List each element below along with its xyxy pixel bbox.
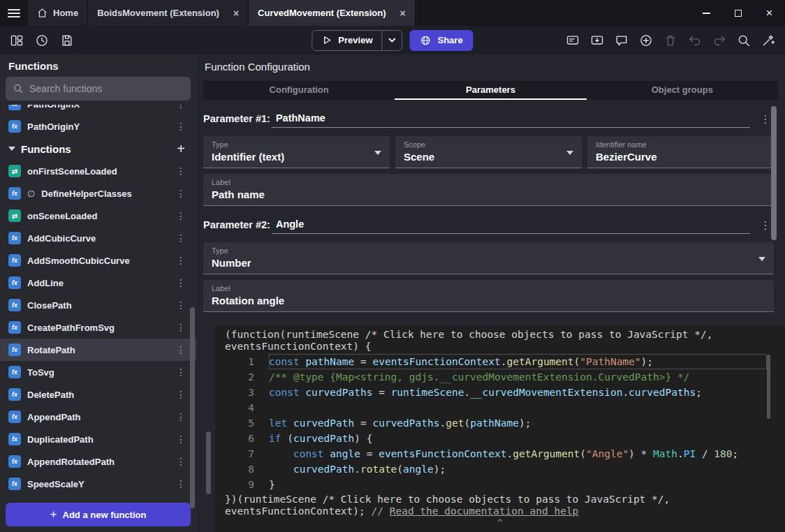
export-icon[interactable] bbox=[587, 31, 607, 50]
minimize-button[interactable] bbox=[691, 0, 722, 26]
search-box bbox=[6, 77, 191, 101]
code-token: // bbox=[372, 505, 390, 517]
sidebar-scrollbar-thumb[interactable] bbox=[190, 307, 195, 508]
project-manager-icon[interactable] bbox=[7, 31, 27, 50]
item-menu-icon[interactable]: ⋮ bbox=[174, 456, 188, 467]
function-list-item[interactable]: fx AddSmoothCubicCurve ⋮ bbox=[0, 249, 196, 272]
function-list-item[interactable]: fx PathOriginY ⋮ bbox=[0, 115, 196, 138]
tab-parameters[interactable]: Parameters bbox=[395, 81, 586, 100]
item-menu-icon[interactable]: ⋮ bbox=[174, 210, 188, 221]
tab-home[interactable]: Home bbox=[28, 0, 88, 26]
function-list-item[interactable]: fx ToSvg ⋮ bbox=[0, 361, 196, 383]
javascript-code-editor[interactable]: (function(runtimeScene /* Click here to … bbox=[215, 325, 785, 532]
function-list-item[interactable]: fx AddCubicCurve ⋮ bbox=[0, 227, 196, 249]
form-field[interactable]: Label Rotation angle bbox=[203, 280, 774, 312]
maximize-button[interactable] bbox=[722, 0, 754, 26]
parameter-name-input[interactable] bbox=[272, 219, 750, 234]
function-list-item[interactable]: ⇄ onFirstSceneLoaded ⋮ bbox=[0, 160, 196, 182]
preview-button[interactable]: Preview bbox=[311, 30, 402, 51]
code-line[interactable]: 7 const angle = eventsFunctionContext.ge… bbox=[215, 446, 785, 461]
item-menu-icon[interactable]: ⋮ bbox=[174, 322, 188, 333]
tab-boidsmovement[interactable]: BoidsMovement (Extension) × bbox=[88, 0, 249, 26]
item-menu-icon[interactable]: ⋮ bbox=[174, 344, 188, 355]
function-list-item[interactable]: ⇄ onSceneLoaded ⋮ bbox=[0, 205, 196, 227]
code-line[interactable]: 4 bbox=[215, 400, 785, 415]
function-fx-icon: fx bbox=[8, 105, 21, 110]
tab-object-groups[interactable]: Object groups bbox=[587, 81, 778, 100]
redo-icon[interactable] bbox=[710, 31, 729, 50]
function-list-item[interactable]: fx AppendPath ⋮ bbox=[0, 406, 196, 428]
preview-dropdown-icon[interactable] bbox=[383, 31, 402, 50]
item-menu-icon[interactable]: ⋮ bbox=[174, 255, 188, 266]
item-menu-icon[interactable]: ⋮ bbox=[174, 300, 188, 311]
form-field[interactable]: Identifier name BezierCurve bbox=[587, 136, 774, 168]
item-menu-icon[interactable]: ⋮ bbox=[174, 188, 188, 199]
theme-wand-icon[interactable] bbox=[758, 31, 778, 50]
item-menu-icon[interactable]: ⋮ bbox=[174, 277, 188, 288]
function-list-item[interactable]: fx ∅ DefineHelperClasses ⋮ bbox=[0, 182, 196, 205]
form-field[interactable]: Type Number bbox=[203, 242, 774, 274]
function-list-item[interactable]: fx CreatePathFromSvg ⋮ bbox=[0, 316, 196, 339]
close-tab-icon[interactable]: × bbox=[400, 8, 406, 18]
search-icon[interactable] bbox=[734, 31, 754, 50]
item-menu-icon[interactable]: ⋮ bbox=[174, 121, 188, 132]
function-list-main: ⇄ onFirstSceneLoaded ⋮ fx ∅ DefineHelper… bbox=[0, 160, 196, 495]
add-function-icon[interactable]: + bbox=[174, 141, 188, 157]
dropdown-arrow-icon bbox=[566, 151, 573, 155]
close-window-button[interactable]: × bbox=[754, 0, 785, 26]
tab-configuration[interactable]: Configuration bbox=[203, 81, 395, 100]
close-tab-icon[interactable]: × bbox=[233, 8, 239, 18]
share-button[interactable]: Share bbox=[410, 30, 474, 51]
item-menu-icon[interactable]: ⋮ bbox=[174, 367, 188, 378]
home-icon bbox=[37, 8, 47, 18]
collapse-arrow-icon[interactable] bbox=[8, 147, 15, 151]
function-list-item[interactable]: fx RotatePath ⋮ bbox=[0, 339, 196, 361]
item-menu-icon[interactable]: ⋮ bbox=[174, 105, 188, 110]
function-list-item[interactable]: fx DuplicatedPath ⋮ bbox=[0, 428, 196, 450]
debugger-icon[interactable] bbox=[563, 31, 582, 50]
item-menu-icon[interactable]: ⋮ bbox=[174, 165, 188, 177]
search-input[interactable] bbox=[29, 83, 184, 94]
function-list-item[interactable]: fx AppendRotatedPath ⋮ bbox=[0, 450, 196, 473]
hamburger-menu-icon[interactable] bbox=[0, 0, 28, 26]
code-line[interactable]: 2 /** @type {Map<string, gdjs.__curvedMo… bbox=[215, 369, 785, 385]
function-label: onSceneLoaded bbox=[27, 211, 97, 221]
editor-scrollbar-thumb[interactable] bbox=[767, 355, 770, 419]
code-token: getArgument bbox=[507, 356, 574, 367]
fold-up-indicator[interactable]: ^ bbox=[215, 517, 785, 528]
code-line[interactable]: 6 if (curvedPath) { bbox=[215, 431, 785, 446]
history-icon[interactable] bbox=[32, 31, 52, 50]
function-list-item[interactable]: fx SpeedScaleY ⋮ bbox=[0, 473, 196, 495]
toolbar-center-group: Preview Share bbox=[311, 30, 473, 51]
code-line[interactable]: 3 const curvedPaths = runtimeScene.__cur… bbox=[215, 385, 785, 400]
item-menu-icon[interactable]: ⋮ bbox=[174, 389, 188, 400]
form-field[interactable]: Type Identifier (text) bbox=[203, 136, 390, 168]
window-controls: × bbox=[691, 0, 785, 26]
item-menu-icon[interactable]: ⋮ bbox=[174, 478, 188, 489]
trash-icon[interactable] bbox=[661, 31, 680, 50]
save-icon[interactable] bbox=[57, 31, 77, 50]
form-field[interactable]: Label Path name bbox=[203, 174, 774, 206]
function-list-item[interactable]: fx DeletePath ⋮ bbox=[0, 383, 196, 406]
function-list-item[interactable]: fx PathOriginX ⋮ bbox=[0, 105, 196, 115]
editor-left-scrollbar-thumb[interactable] bbox=[206, 431, 211, 494]
parameter-name-input[interactable] bbox=[272, 112, 750, 128]
form-field[interactable]: Scope Scene bbox=[395, 136, 582, 168]
panel-scrollbar-thumb[interactable] bbox=[771, 106, 777, 240]
item-menu-icon[interactable]: ⋮ bbox=[174, 411, 188, 422]
code-token: ( bbox=[397, 464, 403, 475]
code-line[interactable]: 8 curvedPath.rotate(angle); bbox=[215, 461, 785, 477]
item-menu-icon[interactable]: ⋮ bbox=[174, 232, 188, 244]
code-line[interactable]: 5 let curvedPath = curvedPaths.get(pathN… bbox=[215, 415, 785, 431]
item-menu-icon[interactable]: ⋮ bbox=[174, 434, 188, 445]
function-list-item[interactable]: fx ClosePath ⋮ bbox=[0, 294, 196, 316]
add-new-function-button[interactable]: + Add a new function bbox=[6, 503, 191, 526]
code-line[interactable]: 9 } bbox=[215, 477, 785, 492]
functions-section-header[interactable]: Functions + bbox=[0, 138, 196, 160]
feedback-icon[interactable] bbox=[612, 31, 631, 50]
undo-icon[interactable] bbox=[685, 31, 705, 50]
function-list-item[interactable]: fx AddLine ⋮ bbox=[0, 272, 196, 294]
add-circle-icon[interactable] bbox=[636, 31, 656, 50]
code-line[interactable]: 1 const pathName = eventsFunctionContext… bbox=[215, 354, 785, 369]
tab-curvedmovement[interactable]: CurvedMovement (Extension) × bbox=[249, 0, 416, 26]
